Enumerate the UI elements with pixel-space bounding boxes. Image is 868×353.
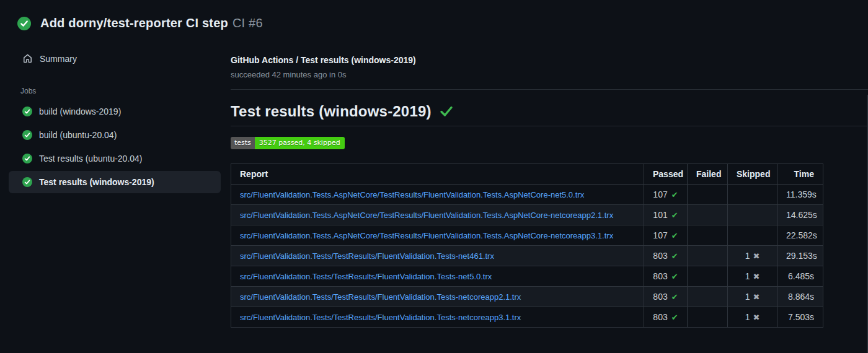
report-link[interactable]: src/FluentValidation.Tests/TestResults/F…	[240, 292, 521, 302]
failed-cell	[688, 307, 728, 328]
success-check-icon	[22, 130, 32, 140]
failed-cell	[688, 205, 728, 225]
failed-cell	[688, 225, 728, 246]
skipped-x-icon: ✖	[753, 272, 760, 281]
jobs-section-label: Jobs	[20, 87, 231, 95]
time-cell: 22.582s	[777, 225, 823, 246]
failed-cell	[688, 287, 728, 307]
skipped-x-icon: ✖	[753, 313, 760, 322]
passed-cell: 803✔	[644, 307, 688, 328]
badge-label: tests	[231, 137, 255, 149]
passed-cell: 101✔	[644, 205, 688, 225]
report-link[interactable]: src/FluentValidation.Tests/TestResults/F…	[240, 251, 494, 261]
time-cell: 14.625s	[777, 205, 823, 225]
passed-check-icon: ✔	[671, 231, 678, 240]
passed-cell: 803✔	[644, 246, 688, 266]
skipped-x-icon: ✖	[753, 251, 760, 261]
sidebar-job-item-3[interactable]: Test results (windows-2019)	[9, 171, 221, 193]
passed-cell: 803✔	[644, 266, 688, 287]
main-content: GitHub Actions / Test results (windows-2…	[231, 30, 868, 328]
jobs-list: build (windows-2019)build (ubuntu-20.04)…	[0, 100, 231, 193]
run-header: Add dorny/test-reporter CI stepCI #6	[0, 0, 868, 30]
job-label: build (windows-2019)	[39, 107, 121, 116]
section-heading: Test results (windows-2019)	[231, 103, 868, 120]
table-row: src/FluentValidation.Tests.AspNetCore/Te…	[231, 185, 823, 205]
tests-badge[interactable]: tests 3527 passed, 4 skipped	[231, 137, 345, 149]
sidebar: Summary Jobs build (windows-2019)build (…	[0, 30, 231, 194]
sidebar-job-item-2[interactable]: Test results (ubuntu-20.04)	[9, 147, 221, 170]
table-row: src/FluentValidation.Tests/TestResults/F…	[231, 287, 823, 307]
divider	[231, 126, 868, 126]
passed-cell: 803✔	[644, 287, 688, 307]
skipped-cell: 1✖	[728, 307, 777, 328]
passed-check-icon: ✔	[671, 190, 678, 199]
table-row: src/FluentValidation.Tests/TestResults/F…	[231, 266, 823, 287]
success-check-icon	[22, 107, 32, 116]
skipped-cell	[728, 205, 777, 225]
job-label: Test results (windows-2019)	[39, 177, 154, 187]
report-link[interactable]: src/FluentValidation.Tests/TestResults/F…	[240, 313, 521, 322]
table-row: src/FluentValidation.Tests.AspNetCore/Te…	[231, 205, 823, 225]
failed-cell	[688, 266, 728, 287]
column-header-skipped: Skipped	[728, 164, 777, 185]
page-title: Add dorny/test-reporter CI stepCI #6	[40, 16, 263, 30]
passed-check-icon: ✔	[671, 313, 678, 322]
success-check-icon	[22, 177, 32, 187]
skipped-cell: 1✖	[728, 287, 777, 307]
report-link[interactable]: src/FluentValidation.Tests.AspNetCore/Te…	[240, 190, 584, 199]
failed-cell	[688, 185, 728, 205]
status-line: succeeded 42 minutes ago in 0s	[231, 70, 868, 79]
report-link[interactable]: src/FluentValidation.Tests.AspNetCore/Te…	[240, 231, 613, 240]
breadcrumb: GitHub Actions / Test results (windows-2…	[231, 55, 868, 65]
time-cell: 7.503s	[777, 307, 823, 328]
section-title: Test results (windows-2019)	[231, 103, 432, 120]
passed-check-icon: ✔	[671, 292, 678, 302]
divider	[231, 89, 868, 90]
passed-cell: 107✔	[644, 225, 688, 246]
sidebar-summary-label: Summary	[40, 54, 77, 64]
skipped-cell: 1✖	[728, 246, 777, 266]
report-link[interactable]: src/FluentValidation.Tests/TestResults/F…	[240, 272, 492, 281]
check-icon	[439, 104, 454, 119]
time-cell: 8.864s	[777, 287, 823, 307]
passed-check-icon: ✔	[671, 251, 678, 261]
skipped-cell: 1✖	[728, 266, 777, 287]
job-label: build (ubuntu-20.04)	[39, 130, 117, 140]
success-check-icon	[22, 154, 32, 163]
sidebar-job-item-0[interactable]: build (windows-2019)	[9, 100, 221, 123]
report-link[interactable]: src/FluentValidation.Tests.AspNetCore/Te…	[240, 211, 613, 220]
column-header-report: Report	[231, 164, 644, 185]
success-check-icon	[17, 17, 31, 30]
run-number: CI #6	[232, 16, 263, 30]
sidebar-item-summary[interactable]: Summary	[22, 53, 77, 64]
skipped-cell	[728, 225, 777, 246]
sidebar-job-item-1[interactable]: build (ubuntu-20.04)	[9, 124, 221, 146]
column-header-time: Time	[777, 164, 823, 185]
table-row: src/FluentValidation.Tests/TestResults/F…	[231, 307, 823, 328]
job-label: Test results (ubuntu-20.04)	[39, 154, 143, 163]
passed-cell: 107✔	[644, 185, 688, 205]
skipped-cell	[728, 185, 777, 205]
time-cell: 29.153s	[777, 246, 823, 266]
time-cell: 11.359s	[777, 185, 823, 205]
home-icon	[22, 53, 33, 64]
failed-cell	[688, 246, 728, 266]
test-results-table: ReportPassedFailedSkippedTime src/Fluent…	[231, 163, 823, 328]
column-header-failed: Failed	[688, 164, 728, 185]
column-header-passed: Passed	[644, 164, 688, 185]
passed-check-icon: ✔	[671, 272, 678, 281]
passed-check-icon: ✔	[671, 211, 678, 220]
table-row: src/FluentValidation.Tests.AspNetCore/Te…	[231, 225, 823, 246]
badge-value: 3527 passed, 4 skipped	[255, 137, 345, 149]
table-header-row: ReportPassedFailedSkippedTime	[231, 164, 823, 185]
skipped-x-icon: ✖	[753, 292, 760, 302]
time-cell: 6.485s	[777, 266, 823, 287]
table-row: src/FluentValidation.Tests/TestResults/F…	[231, 246, 823, 266]
run-title: Add dorny/test-reporter CI step	[40, 16, 228, 30]
